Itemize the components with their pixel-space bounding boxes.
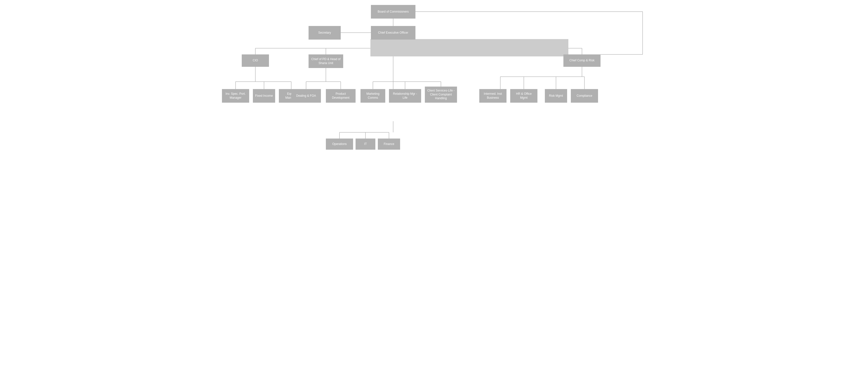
node-riskMgmt: Risk Mgmt xyxy=(545,89,567,103)
node-it: IT xyxy=(355,138,375,150)
node-chiefPD: Chief of PD & Head of Sharia Unit xyxy=(309,55,343,68)
node-chiefCompRisk: Chief Comp & Risk xyxy=(563,55,600,67)
node-operations: Operations xyxy=(326,138,353,150)
node-intermedBusiness: Intermed. Inst Business xyxy=(479,89,506,103)
node-compliance: Compliance xyxy=(571,89,598,103)
node-cio: CIO xyxy=(242,55,269,67)
node-hrOfficeMgmt: HR & Office Mgmt xyxy=(510,89,537,103)
node-fixedIncome: Fixed Income xyxy=(253,89,275,103)
node-secretary: Secretary xyxy=(309,26,341,39)
node-invSpec: Inv. Spec. Port. Manager xyxy=(222,89,249,103)
node-productDev: Product Development xyxy=(326,89,355,103)
org-chart: Board of CommisionersSecretaryChief Exec… xyxy=(217,0,651,189)
node-board: Board of Commisioners xyxy=(371,5,415,19)
svg-rect-27 xyxy=(370,39,568,56)
node-relMgrLife: Relationship Mgr - Life xyxy=(389,89,421,103)
node-dealingFOA: Dealing & FOA xyxy=(291,89,321,103)
node-marketingComms: Marketing Comms xyxy=(361,89,385,103)
node-clientServices: Client Services-Life - Client Complaint … xyxy=(425,87,457,103)
node-finance: Finance xyxy=(378,138,400,150)
node-ceo: Chief Executive Officer xyxy=(371,26,415,39)
